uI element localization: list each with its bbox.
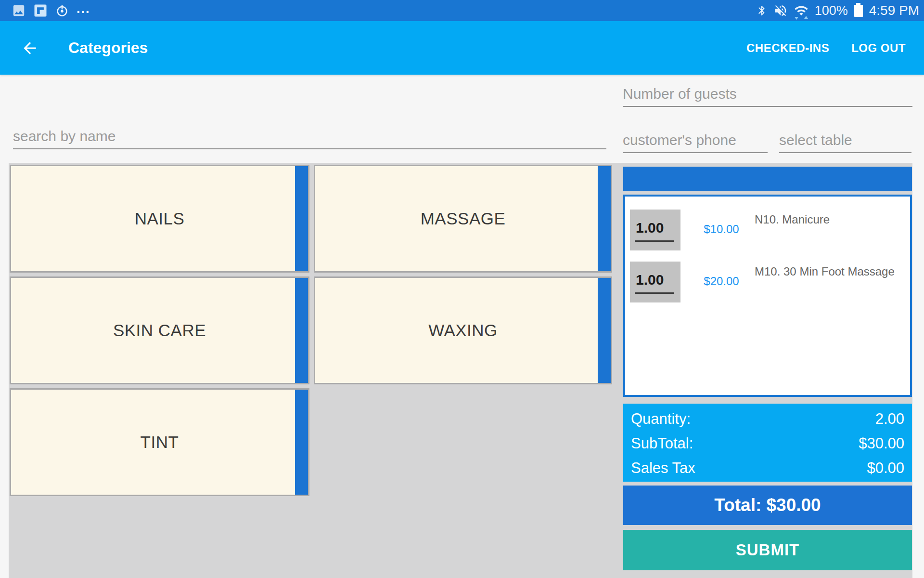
quantity-underline (635, 240, 674, 242)
category-accent-strip (598, 166, 611, 271)
customer-phone-input[interactable]: customer's phone (623, 131, 768, 153)
quantity-input[interactable]: 1.00 (630, 262, 680, 302)
search-input[interactable]: search by name (13, 127, 606, 149)
summary-label: Sales Tax (631, 460, 695, 477)
battery-icon (854, 3, 863, 18)
back-button[interactable] (19, 38, 40, 59)
number-of-guests-input[interactable]: Number of guests (623, 85, 912, 107)
mute-icon (773, 3, 788, 18)
total-button[interactable]: Total: $30.00 (623, 486, 912, 525)
order-list-header (623, 167, 912, 191)
wifi-icon (794, 3, 809, 18)
category-button-massage[interactable]: MASSAGE (314, 165, 612, 273)
quantity-input[interactable]: 1.00 (630, 210, 680, 250)
photo-notification-icon (12, 3, 26, 18)
submit-button[interactable]: SUBMIT (623, 530, 912, 570)
category-button-nails[interactable]: NAILS (10, 165, 309, 273)
summary-value: $0.00 (867, 460, 904, 477)
select-table-input[interactable]: select table (779, 131, 911, 153)
clock-label: 4:59 PM (869, 3, 919, 18)
item-price: $20.00 (695, 275, 748, 288)
summary-value: $30.00 (859, 435, 904, 452)
summary-label: SubTotal: (631, 435, 693, 452)
order-items-list: 1.00 $10.00 N10. Manicure 1.00 $20.00 M1… (623, 195, 912, 397)
checked-ins-button[interactable]: CHECKED-INS (746, 41, 829, 55)
summary-row-subtotal: SubTotal: $30.00 (631, 431, 904, 456)
category-label: WAXING (428, 321, 498, 340)
status-bar: ... 100% 4:59 PM (0, 0, 924, 21)
quantity-value: 1.00 (630, 220, 664, 236)
bluetooth-icon (756, 3, 768, 18)
power-notification-icon (55, 3, 69, 18)
quantity-value: 1.00 (630, 272, 664, 288)
order-summary: Quantity: 2.00 SubTotal: $30.00 Sales Ta… (623, 404, 912, 482)
battery-percent-label: 100% (815, 3, 848, 18)
summary-value: 2.00 (875, 410, 904, 428)
category-accent-strip (598, 278, 611, 383)
more-notifications-indicator: ... (77, 1, 90, 16)
category-button-skin-care[interactable]: SKIN CARE (10, 276, 309, 384)
summary-row-sales-tax: Sales Tax $0.00 (631, 456, 904, 480)
total-label: Total: $30.00 (714, 495, 821, 515)
item-price: $10.00 (695, 223, 748, 236)
category-button-tint[interactable]: TINT (10, 388, 309, 496)
order-item-row: 1.00 $20.00 M10. 30 Min Foot Massage (625, 262, 910, 302)
summary-label: Quantity: (631, 410, 691, 428)
category-label: SKIN CARE (113, 321, 206, 340)
submit-label: SUBMIT (736, 541, 800, 559)
app-bar: Categories CHECKED-INS LOG OUT (0, 21, 924, 75)
log-out-button[interactable]: LOG OUT (851, 41, 906, 55)
page-title: Categories (68, 39, 148, 57)
category-accent-strip (295, 166, 308, 271)
category-accent-strip (295, 278, 308, 383)
summary-row-quantity: Quantity: 2.00 (631, 407, 904, 431)
category-label: NAILS (135, 209, 185, 228)
order-item-row: 1.00 $10.00 N10. Manicure (625, 210, 910, 250)
quantity-underline (635, 292, 674, 294)
category-label: TINT (141, 433, 179, 452)
flipboard-notification-icon (33, 3, 48, 18)
item-name: M10. 30 Min Foot Massage (755, 265, 895, 278)
item-name: N10. Manicure (755, 213, 830, 226)
category-accent-strip (295, 390, 308, 495)
category-button-waxing[interactable]: WAXING (314, 276, 612, 384)
category-label: MASSAGE (421, 209, 506, 228)
